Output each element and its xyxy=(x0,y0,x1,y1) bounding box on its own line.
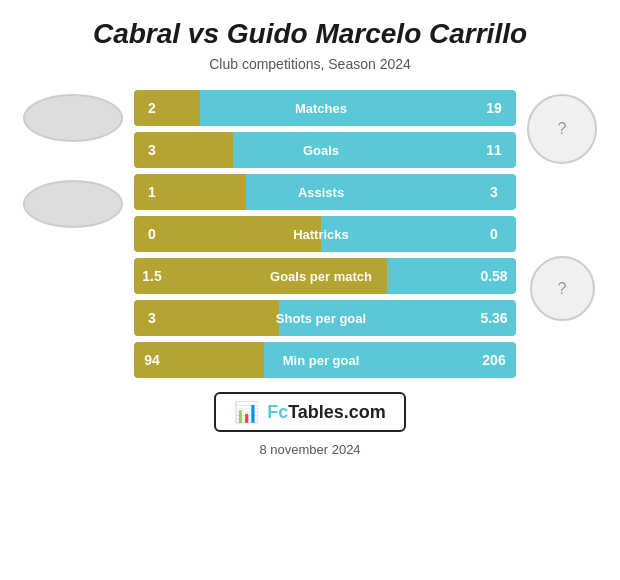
placeholder-icon-top: ? xyxy=(558,120,567,138)
logo-icon: 📊 xyxy=(234,400,259,424)
bar-container-4: Goals per match xyxy=(170,258,472,294)
comparison-area: 2Matches193Goals111Assists30Hattricks01.… xyxy=(10,90,610,378)
bar-row-0: 2Matches19 xyxy=(134,90,516,126)
left-value-4: 1.5 xyxy=(134,258,170,294)
bar-label-4: Goals per match xyxy=(270,269,372,284)
bar-label-5: Shots per goal xyxy=(276,311,366,326)
bar-container-3: Hattricks xyxy=(170,216,472,252)
bar-row-4: 1.5Goals per match0.58 xyxy=(134,258,516,294)
bar-label-3: Hattricks xyxy=(293,227,349,242)
page-title: Cabral vs Guido Marcelo Carrillo xyxy=(93,18,527,50)
right-value-2: 3 xyxy=(472,174,516,210)
bar-row-5: 3Shots per goal5.36 xyxy=(134,300,516,336)
right-value-1: 11 xyxy=(472,132,516,168)
page: Cabral vs Guido Marcelo Carrillo Club co… xyxy=(0,0,620,580)
page-subtitle: Club competitions, Season 2024 xyxy=(209,56,411,72)
bar-label-0: Matches xyxy=(295,101,347,116)
placeholder-icon-bottom: ? xyxy=(558,280,567,298)
left-value-0: 2 xyxy=(134,90,170,126)
right-avatar-top: ? xyxy=(527,94,597,164)
right-value-5: 5.36 xyxy=(472,300,516,336)
left-value-2: 1 xyxy=(134,174,170,210)
left-avatars xyxy=(18,90,128,228)
bar-label-6: Min per goal xyxy=(283,353,360,368)
date-label: 8 november 2024 xyxy=(259,442,360,457)
left-value-6: 94 xyxy=(134,342,170,378)
bar-row-1: 3Goals11 xyxy=(134,132,516,168)
right-value-4: 0.58 xyxy=(472,258,516,294)
left-value-1: 3 xyxy=(134,132,170,168)
right-value-6: 206 xyxy=(472,342,516,378)
logo-fc: Fc xyxy=(267,402,288,422)
bar-row-6: 94Min per goal206 xyxy=(134,342,516,378)
right-value-3: 0 xyxy=(472,216,516,252)
left-value-3: 0 xyxy=(134,216,170,252)
bar-row-3: 0Hattricks0 xyxy=(134,216,516,252)
left-avatar-top xyxy=(23,94,123,142)
left-avatar-bottom xyxy=(23,180,123,228)
bars-section: 2Matches193Goals111Assists30Hattricks01.… xyxy=(134,90,516,378)
left-value-5: 3 xyxy=(134,300,170,336)
right-value-0: 19 xyxy=(472,90,516,126)
bar-container-0: Matches xyxy=(170,90,472,126)
logo-section: 📊 FcTables.com xyxy=(214,392,406,432)
logo-text: FcTables.com xyxy=(267,402,386,423)
bar-label-2: Assists xyxy=(298,185,344,200)
bar-container-2: Assists xyxy=(170,174,472,210)
right-avatar-bottom: ? xyxy=(530,256,595,321)
bar-label-1: Goals xyxy=(303,143,339,158)
bar-container-1: Goals xyxy=(170,132,472,168)
bar-container-5: Shots per goal xyxy=(170,300,472,336)
bar-row-2: 1Assists3 xyxy=(134,174,516,210)
logo-tables: Tables.com xyxy=(288,402,386,422)
bar-container-6: Min per goal xyxy=(170,342,472,378)
right-avatars: ? ? xyxy=(522,90,602,321)
